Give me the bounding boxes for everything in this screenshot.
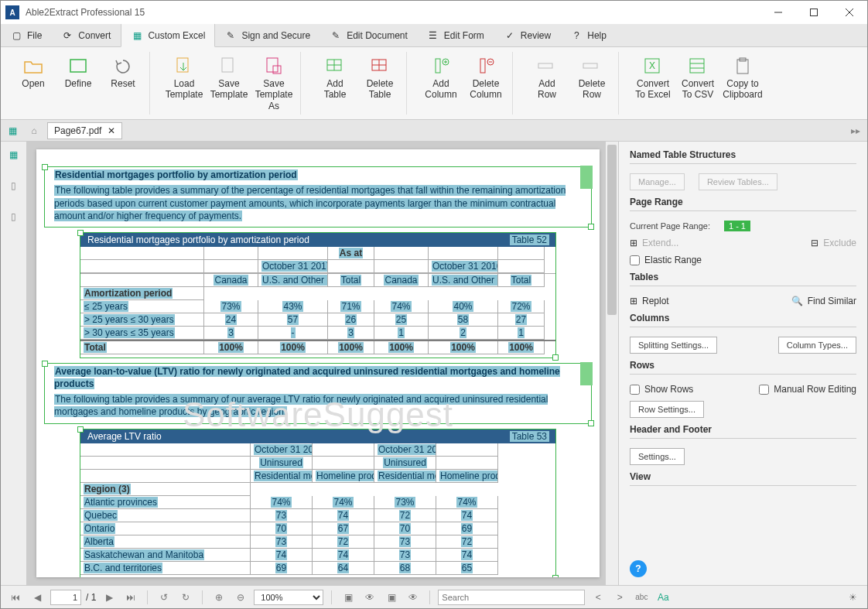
home-icon[interactable]: ⌂ [26,122,43,139]
table-52: As atOctober 31 2017October 31 2016Canad… [80,247,555,354]
maximize-button[interactable] [796,1,832,24]
last-page-button[interactable]: ⏭ [122,589,139,606]
attachments-icon[interactable]: ▯ [5,208,22,225]
reset-icon [113,55,133,77]
bookmarks-icon[interactable]: ▯ [5,177,22,194]
right-panel: Named Table Structures Manage... Review … [618,142,867,585]
menu-sign-secure[interactable]: ✎Sign and Secure [215,24,320,46]
save-template-button[interactable]: Save Template [209,52,249,115]
page-number-input[interactable] [50,590,81,605]
search-prev-button[interactable]: < [589,589,607,606]
view-mode-4[interactable]: 👁 [405,589,422,606]
current-range-label: Current Page Range: [630,221,710,231]
rotate-ccw-button[interactable]: ↺ [155,589,173,606]
thumbnails-icon[interactable]: ▦ [5,146,22,163]
add-row-button[interactable]: Add Row [527,52,567,115]
minimize-button[interactable] [760,1,796,24]
svg-rect-6 [222,58,233,72]
paragraph-1: The following table provides a summary o… [54,185,566,221]
exclude-button[interactable]: ⊟Exclude [811,238,856,248]
heading-2: Average loan-to-value (LTV) ratio for ne… [54,366,560,389]
open-button[interactable]: Open [13,52,53,115]
zoom-in-button[interactable]: ⊕ [210,589,227,606]
add-table-button[interactable]: Add Table [315,52,355,115]
form-icon: ☰ [427,29,439,42]
section-rows: Rows [630,360,856,375]
delete-row-button[interactable]: Delete Row [572,52,612,115]
menu-convert[interactable]: ⟳Convert [52,24,121,46]
row-settings-button[interactable]: Row Settings... [630,401,704,418]
show-rows-checkbox[interactable]: Show Rows [630,384,693,395]
delete-column-icon [476,55,496,77]
menu-help[interactable]: ?Help [561,24,617,46]
manual-row-editing-checkbox[interactable]: Manual Row Editing [759,384,856,395]
svg-rect-29 [737,60,748,74]
document-viewport[interactable]: Residential mortgages portfolio by amort… [27,142,618,585]
section-view: View [630,471,856,486]
view-mode-1[interactable]: ▣ [340,589,357,606]
delete-column-button[interactable]: Delete Column [466,52,506,115]
menu-review[interactable]: ✓Review [494,24,561,46]
add-row-icon [537,55,557,77]
match-case-button[interactable]: abc [633,589,650,606]
text-size-button[interactable]: Aa [654,589,672,606]
delete-table-button[interactable]: Delete Table [360,52,400,115]
convert-excel-button[interactable]: XConvert To Excel [633,52,673,115]
next-page-button[interactable]: ▶ [101,589,118,606]
elastic-range-checkbox[interactable]: Elastic Range [630,255,856,265]
reset-button[interactable]: Reset [103,52,143,115]
extend-button[interactable]: ⊞Extend... [630,238,678,248]
selection-handle[interactable] [580,166,593,189]
view-mode-3[interactable]: ▣ [383,589,400,606]
app-title: Able2Extract Professional 15 [26,7,760,18]
first-page-button[interactable]: ⏮ [7,589,24,606]
document-tab-strip: ▦ ⌂ Page67.pdf✕ ▸▸ [1,120,867,142]
find-similar-button[interactable]: 🔍Find Similar [791,296,856,306]
edit-icon: ✎ [330,29,342,42]
close-tab-icon[interactable]: ✕ [108,125,115,136]
svg-rect-15 [436,59,440,73]
help-bubble-icon[interactable]: ? [630,560,647,577]
section-columns: Columns [630,313,856,327]
document-tab[interactable]: Page67.pdf✕ [47,122,122,139]
menu-edit-form[interactable]: ☰Edit Form [418,24,494,46]
delete-row-icon [582,55,602,77]
vertical-scrollbar[interactable] [606,142,618,585]
panel-grid-icon[interactable]: ▦ [4,122,21,139]
splitting-settings-button[interactable]: Splitting Settings... [630,337,717,354]
ribbon: Open Define Reset Load Template Save Tem… [1,47,867,120]
save-as-icon [264,55,284,77]
load-template-button[interactable]: Load Template [164,52,204,115]
current-range-value: 1 - 1 [724,221,750,231]
add-table-icon [325,55,345,77]
search-input[interactable] [438,590,585,605]
grid-icon: ▦ [131,29,143,42]
rotate-cw-button[interactable]: ↻ [177,589,194,606]
view-mode-2[interactable]: 👁 [361,589,378,606]
convert-csv-button[interactable]: Convert To CSV [678,52,718,115]
hf-settings-button[interactable]: Settings... [630,448,685,465]
svg-rect-26 [690,59,704,73]
column-types-button[interactable]: Column Types... [778,337,856,354]
selection-handle[interactable] [580,362,593,385]
brightness-button[interactable]: ☀ [844,589,861,606]
add-column-button[interactable]: Add Column [421,52,461,115]
save-template-as-button[interactable]: Save Template As [254,52,294,115]
manage-button[interactable]: Manage... [630,173,685,190]
close-button[interactable] [832,1,867,24]
svg-rect-7 [267,58,278,72]
search-next-button[interactable]: > [611,589,628,606]
replot-button[interactable]: ⊞Replot [630,296,669,306]
menu-edit-document[interactable]: ✎Edit Document [320,24,418,46]
pin-icon[interactable]: ▸▸ [847,122,864,139]
zoom-select[interactable]: 100% [254,590,323,605]
copy-clipboard-button[interactable]: Copy to Clipboard [723,52,763,115]
heading-1: Residential mortgages portfolio by amort… [54,169,298,180]
page-canvas: Residential mortgages portfolio by amort… [36,149,600,577]
menu-custom-excel[interactable]: ▦Custom Excel [121,24,215,47]
zoom-out-button[interactable]: ⊖ [232,589,249,606]
prev-page-button[interactable]: ◀ [29,589,46,606]
menu-file[interactable]: ▢File [1,24,52,46]
define-button[interactable]: Define [58,52,98,115]
review-tables-button[interactable]: Review Tables... [699,173,777,190]
